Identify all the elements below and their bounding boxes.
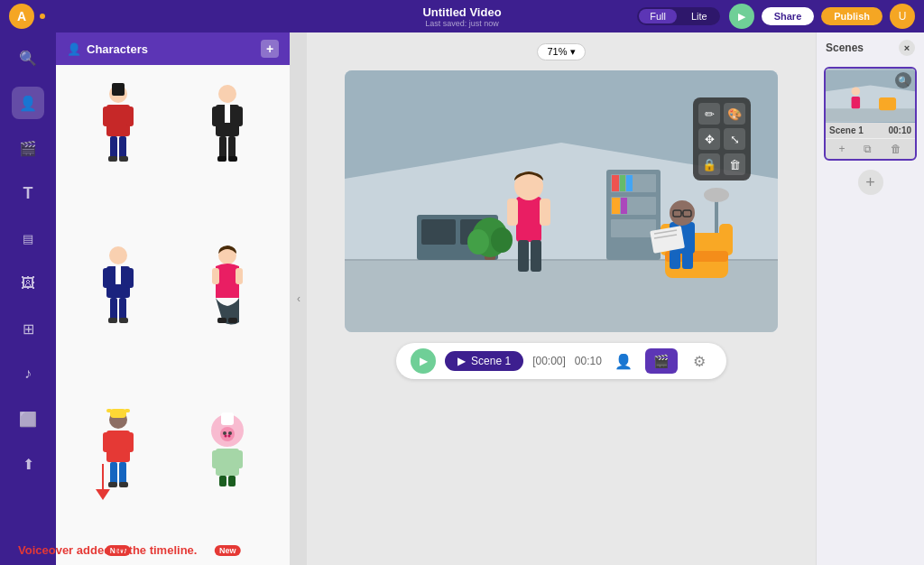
move-tool-btn[interactable]: ✥ (698, 128, 720, 150)
video-title[interactable]: Untitled Video (422, 5, 501, 19)
add-scene-icon: + (865, 173, 875, 192)
grid-icon: ⊞ (23, 320, 34, 338)
svg-rect-33 (110, 409, 126, 418)
svg-rect-22 (116, 266, 121, 284)
svg-rect-53 (219, 476, 226, 486)
sidebar-media[interactable]: ▤ (12, 222, 44, 255)
sidebar-characters[interactable]: 👤 (12, 87, 44, 119)
svg-rect-7 (119, 156, 128, 162)
scene-video-btn[interactable]: 🎬 (645, 348, 678, 374)
scenes-close-btn[interactable]: × (899, 40, 915, 56)
svg-rect-65 (611, 219, 656, 237)
sidebar-shapes[interactable]: ⬜ (12, 403, 44, 435)
palette-tool-btn[interactable]: 🎨 (724, 103, 745, 125)
svg-rect-54 (228, 476, 236, 486)
scenes-title: Scenes (826, 42, 864, 54)
scene-copy-btn[interactable]: ⧉ (864, 143, 872, 155)
scene-play-btn[interactable]: ▶ (411, 348, 436, 374)
chars-grid: New (56, 65, 290, 565)
title-area: Untitled Video Last saved: just now (422, 5, 501, 28)
svg-rect-100 (826, 108, 915, 121)
share-btn[interactable]: Share (762, 7, 815, 25)
scene-video-icon: 🎬 (653, 354, 669, 368)
publish-btn[interactable]: Publish (821, 7, 882, 25)
svg-rect-3 (126, 107, 134, 126)
character-icon: 👤 (19, 95, 37, 112)
character-3[interactable] (63, 234, 173, 395)
svg-rect-84 (507, 199, 518, 226)
svg-rect-20 (103, 268, 110, 288)
svg-rect-85 (540, 199, 550, 226)
shapes-icon: ⬜ (19, 411, 37, 428)
svg-rect-25 (108, 318, 117, 323)
character-6[interactable]: New (173, 396, 283, 558)
svg-rect-23 (110, 298, 117, 320)
mode-full-btn[interactable]: Full (639, 9, 677, 23)
char-6-figure (196, 403, 259, 494)
svg-rect-4 (110, 136, 117, 159)
sidebar-grid[interactable]: ⊞ (12, 312, 44, 345)
zoom-control[interactable]: 71% ▾ (537, 43, 585, 60)
svg-rect-2 (103, 107, 110, 126)
character-5[interactable]: New (63, 396, 173, 558)
svg-point-46 (228, 431, 232, 435)
characters-panel: 👤 Characters + (56, 32, 291, 565)
svg-rect-69 (612, 198, 620, 214)
sidebar-scenes[interactable]: 🎬 (12, 132, 44, 164)
scene-thumb-search-icon: 🔍 (898, 76, 909, 86)
svg-point-18 (109, 246, 127, 264)
delete-tool-btn[interactable]: 🗑 (724, 153, 745, 175)
chars-add-btn[interactable]: + (261, 40, 279, 58)
top-bar: A Untitled Video Last saved: just now Fu… (0, 0, 924, 32)
svg-rect-67 (620, 175, 625, 191)
scene-settings-btn[interactable]: ⚙ (687, 348, 712, 374)
character-4[interactable] (173, 234, 283, 395)
svg-rect-13 (225, 105, 230, 123)
resize-tool-btn[interactable]: ⤡ (724, 128, 745, 150)
sidebar-music[interactable]: ♪ (12, 357, 44, 390)
upload-icon: ⬆ (23, 456, 34, 473)
svg-rect-101 (879, 97, 896, 110)
char-4-figure (196, 241, 259, 331)
canvas-wrapper[interactable]: ✏ 🎨 ✥ ⤡ 🔒 🗑 (345, 70, 778, 332)
scene-add-btn[interactable]: + (838, 143, 845, 155)
sidebar-text[interactable]: T (12, 177, 44, 209)
svg-rect-15 (228, 136, 236, 159)
svg-rect-66 (612, 175, 619, 191)
svg-rect-5 (119, 136, 126, 159)
sidebar-upload[interactable]: ⬆ (12, 448, 44, 480)
lock-tool-btn[interactable]: 🔒 (698, 153, 720, 175)
panel-collapse-btn[interactable]: ‹ (291, 32, 307, 565)
svg-rect-8 (112, 83, 125, 96)
scene-1-thumb[interactable]: 🔍 Scene 1 00:10 + ⧉ 🗑 (824, 67, 917, 161)
svg-rect-30 (217, 318, 226, 323)
svg-rect-82 (516, 197, 541, 242)
svg-point-48 (228, 434, 231, 437)
main-layout: 🔍 👤 🎬 T ▤ 🖼 ⊞ ♪ ⬜ ⬆ (0, 32, 924, 565)
scene-name-btn[interactable]: ▶ Scene 1 (445, 351, 523, 371)
add-scene-btn[interactable]: + (858, 170, 883, 195)
svg-rect-96 (670, 251, 680, 269)
svg-rect-34 (106, 409, 112, 412)
scene-trash-btn[interactable]: 🗑 (891, 143, 901, 155)
scene-time-duration: 00:10 (575, 355, 602, 367)
zoom-value: 71% ▾ (547, 46, 575, 58)
user-avatar[interactable]: U (890, 4, 915, 29)
paint-tool-btn[interactable]: ✏ (698, 103, 720, 125)
character-2[interactable] (173, 72, 283, 234)
mode-lite-btn[interactable]: Lite (680, 9, 718, 23)
sidebar-images[interactable]: 🖼 (12, 267, 44, 300)
video-subtitle: Last saved: just now (422, 19, 501, 28)
char-6-svg (196, 403, 259, 494)
svg-rect-29 (236, 268, 243, 284)
svg-point-74 (491, 227, 513, 253)
music-icon: ♪ (24, 366, 32, 382)
preview-play-btn[interactable]: ▶ (729, 4, 754, 29)
app-logo[interactable]: A (9, 4, 34, 29)
character-1[interactable] (63, 72, 173, 234)
svg-rect-16 (217, 156, 226, 162)
text-icon: T (23, 184, 33, 203)
scene-1-time: 00:10 (888, 125, 911, 135)
scene-person-btn[interactable]: 👤 (611, 348, 636, 374)
sidebar-search[interactable]: 🔍 (12, 42, 44, 74)
